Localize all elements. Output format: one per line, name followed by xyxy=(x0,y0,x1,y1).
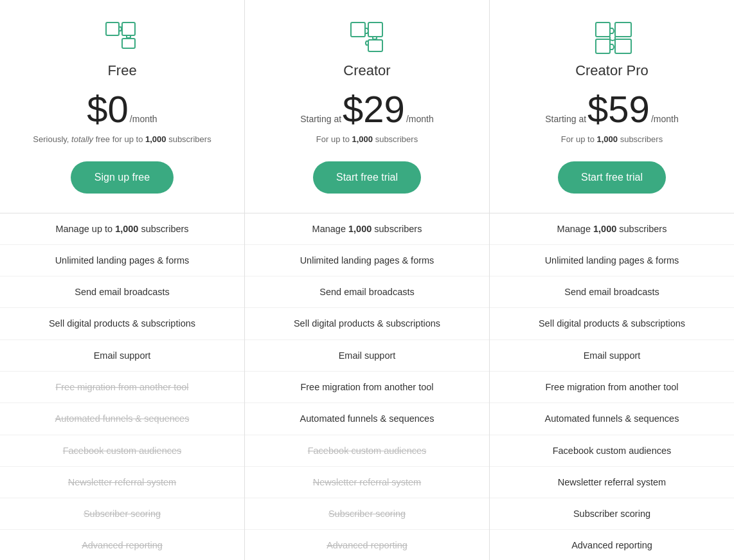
svg-rect-1 xyxy=(122,23,135,35)
plan-header-creator-pro: Creator ProStarting at $59/monthFor up t… xyxy=(490,0,734,213)
feature-row-creator-pro-7: Facebook custom audiences xyxy=(490,435,734,467)
feature-row-creator-5: Free migration from another tool xyxy=(245,372,489,403)
plan-price-area-creator: Starting at $29/month xyxy=(300,91,433,128)
plan-features-creator-pro: Manage 1,000 subscribersUnlimited landin… xyxy=(490,213,734,561)
feature-row-creator-pro-5: Free migration from another tool xyxy=(490,372,734,403)
feature-row-creator-6: Automated funnels & sequences xyxy=(245,403,489,435)
plan-features-free: Manage up to 1,000 subscribersUnlimited … xyxy=(0,213,244,561)
feature-row-creator-3: Sell digital products & subscriptions xyxy=(245,308,489,339)
feature-row-creator-pro-2: Send email broadcasts xyxy=(490,276,734,308)
cta-button-creator-pro[interactable]: Start free trial xyxy=(558,161,666,194)
feature-row-creator-pro-1: Unlimited landing pages & forms xyxy=(490,245,734,276)
plan-price-area-free: $0/month xyxy=(87,91,157,128)
pricing-table: Free$0/monthSeriously, totally free for … xyxy=(0,0,734,560)
price-row-free: $0/month xyxy=(87,91,157,128)
starting-at-creator-pro: Starting at xyxy=(545,114,586,124)
svg-rect-7 xyxy=(615,23,631,37)
plan-name-free: Free xyxy=(107,62,136,79)
plan-name-creator-pro: Creator Pro xyxy=(575,62,649,79)
feature-row-free-6: Automated funnels & sequences xyxy=(0,403,244,435)
feature-row-creator-pro-4: Email support xyxy=(490,340,734,372)
feature-row-creator-pro-6: Automated funnels & sequences xyxy=(490,403,734,435)
plan-header-free: Free$0/monthSeriously, totally free for … xyxy=(0,0,244,213)
feature-row-creator-pro-10: Advanced reporting xyxy=(490,530,734,560)
feature-row-free-1: Unlimited landing pages & forms xyxy=(0,245,244,276)
cta-button-free[interactable]: Sign up free xyxy=(71,161,174,194)
feature-row-creator-pro-3: Sell digital products & subscriptions xyxy=(490,308,734,339)
svg-rect-2 xyxy=(122,39,135,48)
feature-row-creator-8: Newsletter referral system xyxy=(245,467,489,498)
svg-rect-4 xyxy=(368,23,382,37)
plan-column-creator-pro: Creator ProStarting at $59/monthFor up t… xyxy=(490,0,734,560)
feature-row-creator-2: Send email broadcasts xyxy=(245,276,489,308)
plan-price-area-creator-pro: Starting at $59/month xyxy=(545,91,678,128)
svg-rect-0 xyxy=(106,23,119,35)
svg-rect-6 xyxy=(596,23,610,37)
feature-row-free-10: Advanced reporting xyxy=(0,530,244,560)
svg-rect-5 xyxy=(368,40,382,51)
feature-row-free-0: Manage up to 1,000 subscribers xyxy=(0,213,244,245)
puzzle-icon-free xyxy=(103,19,141,55)
price-amount-creator-pro: $59 xyxy=(587,91,650,128)
price-row-creator-pro: Starting at $59/month xyxy=(545,91,678,128)
starting-at-creator: Starting at xyxy=(300,114,341,124)
puzzle-icon-creator xyxy=(348,19,386,55)
feature-row-free-9: Subscriber scoring xyxy=(0,498,244,530)
svg-rect-9 xyxy=(615,39,631,53)
per-month-creator: /month xyxy=(406,114,434,124)
per-month-free: /month xyxy=(130,114,157,124)
feature-row-creator-pro-9: Subscriber scoring xyxy=(490,498,734,530)
price-amount-creator: $29 xyxy=(343,91,405,128)
feature-row-creator-10: Advanced reporting xyxy=(245,530,489,560)
plan-subtitle-creator: For up to 1,000 subscribers xyxy=(316,133,418,146)
plan-header-creator: CreatorStarting at $29/monthFor up to 1,… xyxy=(245,0,489,213)
feature-row-creator-1: Unlimited landing pages & forms xyxy=(245,245,489,276)
feature-row-free-2: Send email broadcasts xyxy=(0,276,244,308)
feature-row-creator-9: Subscriber scoring xyxy=(245,498,489,530)
feature-row-creator-4: Email support xyxy=(245,340,489,372)
feature-row-free-8: Newsletter referral system xyxy=(0,467,244,498)
svg-rect-3 xyxy=(351,23,365,37)
plan-features-creator: Manage 1,000 subscribersUnlimited landin… xyxy=(245,213,489,561)
feature-row-free-5: Free migration from another tool xyxy=(0,372,244,403)
feature-row-creator-pro-8: Newsletter referral system xyxy=(490,467,734,498)
cta-button-creator[interactable]: Start free trial xyxy=(313,161,421,194)
feature-row-creator-pro-0: Manage 1,000 subscribers xyxy=(490,213,734,245)
feature-row-free-4: Email support xyxy=(0,340,244,372)
price-row-creator: Starting at $29/month xyxy=(300,91,433,128)
feature-row-free-3: Sell digital products & subscriptions xyxy=(0,308,244,339)
plan-name-creator: Creator xyxy=(343,62,390,79)
price-amount-free: $0 xyxy=(87,91,129,128)
plan-column-free: Free$0/monthSeriously, totally free for … xyxy=(0,0,245,560)
puzzle-icon-creator-pro xyxy=(593,19,631,55)
plan-subtitle-free: Seriously, totally free for up to 1,000 … xyxy=(33,133,211,146)
feature-row-free-7: Facebook custom audiences xyxy=(0,435,244,467)
feature-row-creator-0: Manage 1,000 subscribers xyxy=(245,213,489,245)
plan-subtitle-creator-pro: For up to 1,000 subscribers xyxy=(561,133,663,146)
svg-rect-8 xyxy=(596,39,610,53)
feature-row-creator-7: Facebook custom audiences xyxy=(245,435,489,467)
per-month-creator-pro: /month xyxy=(651,114,679,124)
plan-column-creator: CreatorStarting at $29/monthFor up to 1,… xyxy=(245,0,490,560)
